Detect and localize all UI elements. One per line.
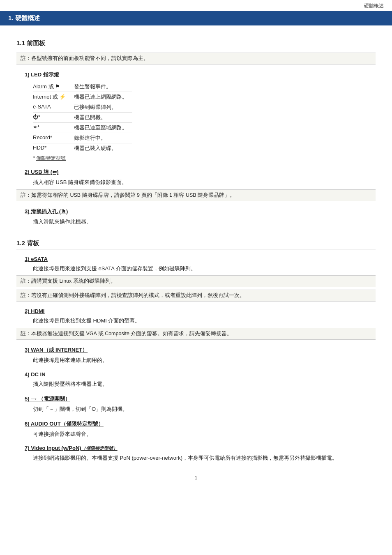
led-label-record: Record* bbox=[33, 133, 74, 143]
subsection-1-2-title: 背板 bbox=[27, 240, 39, 246]
item-powerswitch: 5) ─◦ （電源開關） 切到「－」關機，切到「О」則為開機。 bbox=[25, 395, 376, 414]
item-powerswitch-desc: 切到「－」關機，切到「О」則為開機。 bbox=[33, 405, 376, 414]
item-mouse: 3) 滑鼠插入孔 (🖱) 插入滑鼠來操作此機器。 bbox=[25, 208, 376, 226]
item-mouse-title: 3) 滑鼠插入孔 (🖱) bbox=[25, 208, 376, 215]
item-videoinput-title: 7) Video Input (w/PoN)（僅限特定型號） bbox=[25, 445, 376, 451]
main-content: 1.1 前面板 註：各型號擁有的前面板功能皆不同，請以實際為主。 1) LED … bbox=[0, 25, 392, 501]
item-audioout: 6) AUDIO OUT（僅限特定型號） 可連接擴音器來聽聲音。 bbox=[25, 420, 376, 439]
subsection-1-1-title: 前面板 bbox=[27, 39, 45, 46]
subsection-1-1-number: 1.1 bbox=[16, 39, 25, 46]
led-desc-lan: 機器已連至區域網路。 bbox=[74, 123, 132, 133]
subsection-1-2-number: 1.2 bbox=[16, 240, 25, 246]
section1-note2: 註：如需得知相容的 USB 隨身碟品牌，請參閱第 9 頁的「附錄 1 相容 US… bbox=[16, 189, 376, 201]
item-led-title: 1) LED 指示燈 bbox=[25, 71, 376, 78]
item-esata-desc: 此連接埠是用來連接到支援 eSATA 介面的儲存裝置，例如磁碟陣列。 bbox=[33, 265, 376, 273]
item-dcin: 4) DC IN 插入隨附變壓器將本機器上電。 bbox=[25, 371, 376, 389]
subsection-1-1: 1.1 前面板 bbox=[16, 39, 376, 49]
item-hdmi-desc: 此連接埠是用來接到支援 HDMI 介面的螢幕。 bbox=[33, 317, 376, 325]
table-row: Alarm 或 ⚑ 發生警報事件。 bbox=[33, 82, 132, 92]
esata-note2: 註：若沒有正確偵測到外接磁碟陣列，請檢查該陣列的模式，或者重設此陣列，然後再試一… bbox=[16, 290, 376, 302]
section-title: 硬體概述 bbox=[15, 14, 40, 21]
table-row: Internet 或 ⚡ 機器已連上網際網路。 bbox=[33, 92, 132, 102]
led-footnote: * 僅限特定型號 bbox=[33, 155, 376, 162]
table-row: HDD* 機器已裝入硬碟。 bbox=[33, 143, 132, 154]
led-desc-internet: 機器已連上網際網路。 bbox=[74, 92, 132, 102]
led-desc-power: 機器已開機。 bbox=[74, 113, 132, 123]
item-videoinput: 7) Video Input (w/PoN)（僅限特定型號） 連接到網路攝影機用… bbox=[25, 445, 376, 463]
item-hdmi: 2) HDMI 此連接埠是用來接到支援 HDMI 介面的螢幕。 bbox=[25, 308, 376, 325]
item-hdmi-title: 2) HDMI bbox=[25, 308, 376, 314]
item-wan-desc: 此連接埠是用來連線上網用的。 bbox=[33, 356, 376, 365]
led-label-esata: e-SATA bbox=[33, 102, 74, 113]
page-number: 1 bbox=[16, 475, 376, 485]
item-usb-desc: 插入相容 USB 隨身碟來備份錄影畫面。 bbox=[33, 178, 376, 187]
table-row: ⏻* 機器已開機。 bbox=[33, 113, 132, 123]
item-usb: 2) USB 埠 (⇐) 插入相容 USB 隨身碟來備份錄影畫面。 bbox=[25, 168, 376, 187]
item-led: 1) LED 指示燈 Alarm 或 ⚑ 發生警報事件。 Internet 或 … bbox=[25, 71, 376, 162]
led-label-alarm: Alarm 或 ⚑ bbox=[33, 82, 74, 92]
led-label-internet: Internet 或 ⚡ bbox=[33, 92, 74, 102]
led-desc-record: 錄影進行中。 bbox=[74, 133, 132, 143]
item-usb-title: 2) USB 埠 (⇐) bbox=[25, 168, 376, 176]
item-dcin-title: 4) DC IN bbox=[25, 371, 376, 378]
item-wan: 3) WAN（或 INTERNET） 此連接埠是用來連線上網用的。 bbox=[25, 346, 376, 365]
led-label-power: ⏻* bbox=[33, 113, 74, 123]
item-esata: 1) eSATA 此連接埠是用來連接到支援 eSATA 介面的儲存裝置，例如磁碟… bbox=[25, 256, 376, 273]
led-desc-esata: 已接到磁碟陣列。 bbox=[74, 102, 132, 113]
item-esata-title: 1) eSATA bbox=[25, 256, 376, 262]
table-row: ✶* 機器已連至區域網路。 bbox=[33, 123, 132, 133]
led-table: Alarm 或 ⚑ 發生警報事件。 Internet 或 ⚡ 機器已連上網際網路… bbox=[33, 82, 132, 153]
page: 硬體概述 1. 硬體概述 1.1 前面板 註：各型號擁有的前面板功能皆不同，請以… bbox=[0, 0, 392, 501]
item-wan-title: 3) WAN（或 INTERNET） bbox=[25, 346, 376, 354]
item-mouse-desc: 插入滑鼠來操作此機器。 bbox=[33, 218, 376, 226]
item-audioout-title: 6) AUDIO OUT（僅限特定型號） bbox=[25, 420, 376, 428]
led-desc-hdd: 機器已裝入硬碟。 bbox=[74, 143, 132, 154]
item-videoinput-desc: 連接到網路攝影機用的。本機器支援 PoN (power-over-network… bbox=[33, 454, 376, 463]
item-dcin-desc: 插入隨附變壓器將本機器上電。 bbox=[33, 380, 376, 389]
led-label-lan: ✶* bbox=[33, 123, 74, 133]
hdmi-note: 註：本機器無法連接到支援 VGA 或 Composite 介面的螢幕。如有需求，… bbox=[16, 328, 376, 340]
section-header: 1. 硬體概述 bbox=[0, 11, 392, 25]
led-label-hdd: HDD* bbox=[33, 143, 74, 154]
top-bar: 硬體概述 bbox=[0, 0, 392, 11]
top-bar-label: 硬體概述 bbox=[364, 3, 384, 9]
item-powerswitch-title: 5) ─◦ （電源開關） bbox=[25, 395, 376, 403]
item-audioout-desc: 可連接擴音器來聽聲音。 bbox=[33, 430, 376, 439]
section1-note: 註：各型號擁有的前面板功能皆不同，請以實際為主。 bbox=[16, 53, 376, 64]
esata-note1: 註：請購買支援 Linux 系統的磁碟陣列。 bbox=[16, 275, 376, 287]
led-desc-alarm: 發生警報事件。 bbox=[74, 82, 132, 92]
table-row: e-SATA 已接到磁碟陣列。 bbox=[33, 102, 132, 113]
section-number: 1. bbox=[8, 14, 14, 21]
subsection-1-2: 1.2 背板 bbox=[16, 240, 376, 249]
table-row: Record* 錄影進行中。 bbox=[33, 133, 132, 143]
